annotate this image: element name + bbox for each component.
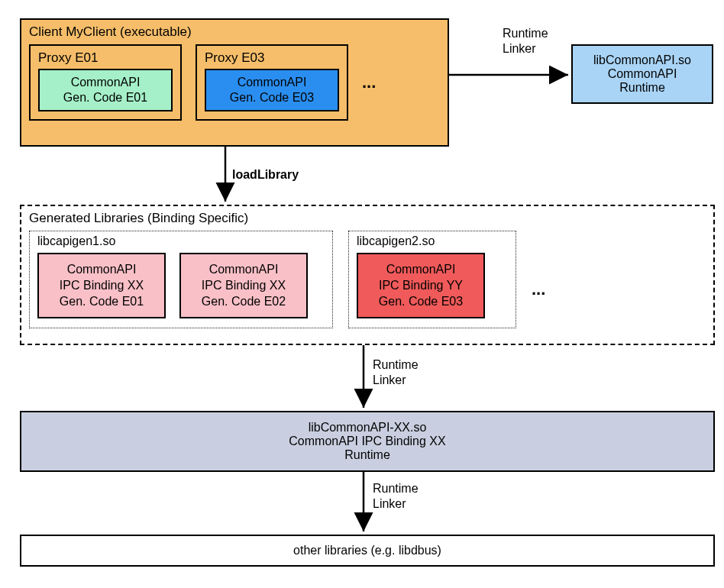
lib-commonapi-l1: libCommonAPI.so [573, 53, 712, 67]
other-libs-label: other libraries (e.g. libdbus) [21, 544, 713, 557]
architecture-diagram: Client MyClient (executable) Proxy E01 C… [15, 15, 718, 573]
load-library-label: loadLibrary [232, 168, 299, 182]
runtime-linker-label-3: Runtime Linker [373, 481, 419, 512]
runtime-linker-label-1: Runtime Linker [503, 26, 548, 57]
libcapigen1-title: libcapigen1.so [37, 234, 325, 248]
lib-commonapi-l2: CommonAPI [573, 67, 712, 81]
runtime-linker-label-2: Runtime Linker [373, 357, 419, 388]
generated-libraries-box: Generated Libraries (Binding Specific) l… [20, 205, 715, 345]
proxy-e03-title: Proxy E03 [205, 50, 339, 66]
gen-code-e01-l1: CommonAPI [43, 75, 168, 90]
ipc-binding-runtime-box: libCommonAPI-XX.so CommonAPI IPC Binding… [20, 411, 715, 472]
lib-commonapi-l3: Runtime [573, 81, 712, 95]
proxy-row: Proxy E01 CommonAPI Gen. Code E01 Proxy … [29, 44, 440, 121]
libcapigen2-title: libcapigen2.so [357, 234, 508, 248]
proxy-e01-title: Proxy E01 [38, 50, 173, 66]
gen-code-e03-l1: CommonAPI [209, 75, 335, 90]
binding-xx-e01: CommonAPI IPC Binding XX Gen. Code E01 [37, 253, 166, 318]
proxy-e01-box: Proxy E01 CommonAPI Gen. Code E01 [29, 44, 182, 121]
other-libraries-box: other libraries (e.g. libdbus) [20, 535, 715, 567]
libcapi-ellipsis: ... [532, 260, 545, 299]
lib-commonapi-box: libCommonAPI.so CommonAPI Runtime [571, 44, 713, 104]
proxy-e03-box: Proxy E03 CommonAPI Gen. Code E03 [196, 44, 348, 121]
libcapigen1-box: libcapigen1.so CommonAPI IPC Binding XX … [29, 231, 333, 328]
libcapi-row: libcapigen1.so CommonAPI IPC Binding XX … [29, 231, 706, 328]
gen-code-e01: CommonAPI Gen. Code E01 [38, 69, 173, 111]
proxy-ellipsis: ... [362, 73, 376, 92]
binding-xx-e02: CommonAPI IPC Binding XX Gen. Code E02 [179, 253, 308, 318]
gen-code-e01-l2: Gen. Code E01 [43, 90, 168, 105]
ipc-runtime-l3: Runtime [21, 448, 713, 462]
generated-libraries-title: Generated Libraries (Binding Specific) [29, 211, 706, 226]
gen-code-e03-l2: Gen. Code E03 [209, 90, 335, 105]
client-title: Client MyClient (executable) [29, 24, 440, 40]
ipc-runtime-l1: libCommonAPI-XX.so [21, 421, 713, 435]
libcapigen2-box: libcapigen2.so CommonAPI IPC Binding YY … [348, 231, 516, 328]
ipc-runtime-l2: CommonAPI IPC Binding XX [21, 435, 713, 448]
gen-code-e03: CommonAPI Gen. Code E03 [205, 69, 339, 111]
client-executable-box: Client MyClient (executable) Proxy E01 C… [20, 18, 449, 147]
binding-yy-e03: CommonAPI IPC Binding YY Gen. Code E03 [357, 253, 485, 318]
